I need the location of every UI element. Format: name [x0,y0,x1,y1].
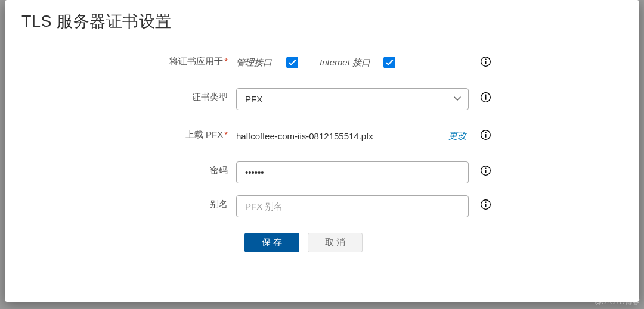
label-cert-type: 证书类型 [21,88,236,103]
option-management: 管理接口 [236,56,298,69]
tls-cert-form: 将证书应用于* 管理接口 Internet 接口 [21,52,623,252]
svg-rect-8 [485,134,487,138]
field-upload-pfx: halfcoffee-com-iis-0812155514.pfx 更改 [236,126,469,146]
field-password [236,161,469,183]
row-cert-type: 证书类型 PFX [21,88,623,110]
svg-point-1 [485,58,486,60]
svg-rect-5 [485,96,487,100]
svg-point-4 [485,94,486,95]
label-alias: 别名 [21,195,236,210]
required-marker: * [224,56,228,66]
option-internet: Internet 接口 [320,56,395,69]
cancel-button[interactable]: 取消 [308,233,363,252]
checkbox-internet[interactable] [383,57,395,68]
row-password: 密码 [21,161,623,183]
label-apply-to: 将证书应用于* [21,52,236,67]
file-row: halfcoffee-com-iis-0812155514.pfx 更改 [236,130,469,142]
svg-rect-2 [485,61,487,64]
check-icon [385,58,394,67]
checkbox-management[interactable] [286,57,298,68]
label-apply-to-text: 将证书应用于 [169,56,223,66]
info-icon[interactable] [480,92,491,103]
label-password: 密码 [21,161,236,176]
alias-input[interactable] [236,195,469,217]
field-cert-type: PFX [236,88,469,110]
required-marker: * [224,129,228,139]
chevron-down-icon [453,93,462,105]
uploaded-filename: halfcoffee-com-iis-0812155514.pfx [236,131,373,141]
info-icon[interactable] [480,56,491,67]
label-upload-pfx: 上载 PFX* [21,126,236,141]
password-input[interactable] [236,161,469,183]
row-alias: 别名 [21,195,623,217]
svg-point-13 [485,201,486,202]
field-alias [236,195,469,217]
svg-point-7 [485,132,486,133]
row-upload-pfx: 上载 PFX* halfcoffee-com-iis-0812155514.pf… [21,126,623,146]
info-icon[interactable] [480,129,491,141]
tls-cert-modal: TLS 服务器证书设置 将证书应用于* 管理接口 Internet 接口 [5,0,639,302]
info-icon[interactable] [480,165,491,176]
cert-type-value: PFX [245,94,262,104]
cert-type-select[interactable]: PFX [236,88,469,110]
row-apply-to: 将证书应用于* 管理接口 Internet 接口 [21,52,623,73]
save-button[interactable]: 保存 [244,233,299,252]
check-icon [288,58,296,67]
apply-to-options: 管理接口 Internet 接口 [236,52,469,73]
svg-rect-14 [485,204,487,207]
svg-point-10 [485,167,486,168]
option-internet-label: Internet 接口 [320,56,370,69]
info-icon[interactable] [480,199,491,210]
modal-title: TLS 服务器证书设置 [21,11,623,32]
button-row: 保存 取消 [244,233,623,252]
option-management-label: 管理接口 [236,56,273,69]
label-upload-pfx-text: 上载 PFX [185,129,223,139]
svg-rect-11 [485,170,487,173]
change-file-link[interactable]: 更改 [448,130,469,142]
